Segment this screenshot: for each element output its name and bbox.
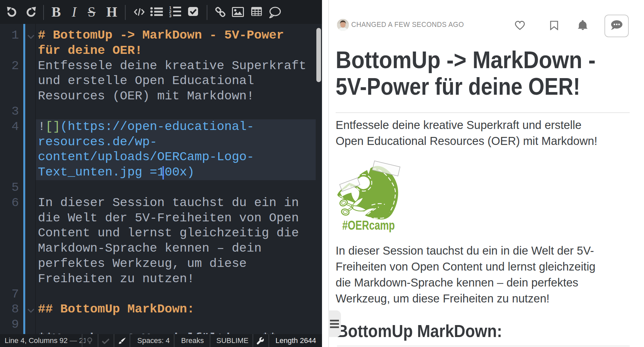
svg-text:3: 3: [169, 14, 171, 18]
